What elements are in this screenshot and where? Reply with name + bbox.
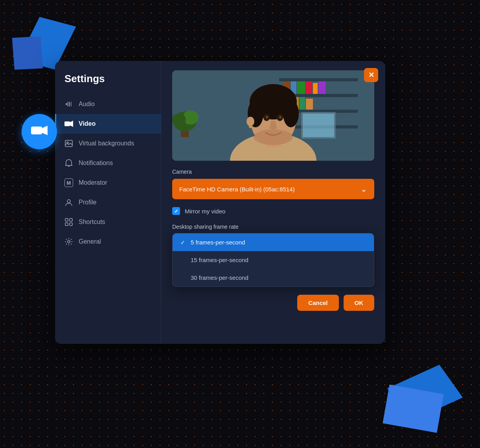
frame-rate-option-30fps[interactable]: 30 frames-per-second bbox=[173, 269, 374, 286]
bell-icon bbox=[64, 159, 73, 167]
sidebar-item-general[interactable]: General bbox=[55, 232, 161, 252]
svg-rect-21 bbox=[297, 81, 305, 94]
svg-point-47 bbox=[254, 129, 293, 145]
frame-rate-option-15fps-label: 15 frames-per-second bbox=[191, 257, 248, 263]
svg-rect-24 bbox=[318, 81, 326, 94]
svg-rect-27 bbox=[300, 97, 305, 110]
close-icon: ✕ bbox=[368, 71, 374, 79]
svg-rect-10 bbox=[65, 223, 68, 226]
sidebar-mod-label: Moderator bbox=[79, 179, 107, 186]
sidebar-item-video[interactable]: Video bbox=[55, 114, 161, 134]
video-person bbox=[172, 70, 374, 161]
sidebar-profile-label: Profile bbox=[79, 199, 96, 206]
profile-icon bbox=[64, 198, 73, 207]
checkmark-icon: ✓ bbox=[174, 208, 178, 214]
close-button[interactable]: ✕ bbox=[364, 68, 378, 82]
camera-dropdown[interactable]: FaceTime HD Camera (Built-in) (05ac:8514… bbox=[172, 179, 374, 199]
svg-point-43 bbox=[266, 116, 268, 119]
chevron-down-icon: ⌄ bbox=[360, 184, 367, 194]
unselected-spacer-2 bbox=[180, 275, 187, 281]
sidebar-video-label: Video bbox=[79, 120, 96, 127]
zoom-logo bbox=[22, 114, 57, 149]
svg-marker-4 bbox=[70, 121, 73, 127]
frame-rate-option-30fps-label: 30 frames-per-second bbox=[191, 274, 248, 281]
main-content: ✕ bbox=[161, 61, 385, 344]
mirror-checkbox[interactable]: ✓ bbox=[172, 207, 180, 215]
frame-rate-dropdown: ✓ 5 frames-per-second 15 frames-per-seco… bbox=[172, 233, 374, 287]
frame-rate-label: Desktop sharing frame rate bbox=[172, 224, 374, 230]
sidebar-item-virtual-backgrounds[interactable]: Virtual backgrounds bbox=[55, 134, 161, 153]
svg-point-46 bbox=[249, 125, 252, 128]
svg-point-45 bbox=[246, 117, 254, 126]
svg-point-34 bbox=[172, 114, 186, 125]
svg-rect-3 bbox=[64, 121, 70, 126]
sidebar-item-notifications[interactable]: Notifications bbox=[55, 153, 161, 173]
sidebar-shortcuts-label: Shortcuts bbox=[79, 218, 105, 226]
moderator-icon: M bbox=[64, 178, 73, 187]
sidebar-item-moderator[interactable]: M Moderator bbox=[55, 173, 161, 193]
sidebar-vbg-label: Virtual backgrounds bbox=[79, 140, 134, 147]
sidebar-item-audio[interactable]: Audio bbox=[55, 94, 161, 114]
video-icon bbox=[64, 119, 73, 128]
svg-rect-2 bbox=[66, 103, 67, 105]
cancel-button[interactable]: Cancel bbox=[297, 295, 338, 311]
frame-rate-option-15fps[interactable]: 15 frames-per-second bbox=[173, 251, 374, 269]
virtual-bg-icon bbox=[64, 139, 73, 148]
svg-rect-0 bbox=[31, 127, 42, 134]
frame-rate-option-5fps[interactable]: ✓ 5 frames-per-second bbox=[173, 233, 374, 251]
svg-rect-28 bbox=[306, 99, 313, 110]
sidebar-audio-label: Audio bbox=[79, 101, 95, 108]
decorative-shape-2 bbox=[9, 33, 46, 73]
svg-rect-15 bbox=[279, 78, 358, 81]
selected-check-icon: ✓ bbox=[180, 239, 187, 246]
sidebar-general-label: General bbox=[79, 238, 101, 245]
ok-button[interactable]: OK bbox=[344, 295, 375, 311]
shortcuts-icon bbox=[64, 218, 73, 226]
gear-icon bbox=[64, 237, 73, 246]
svg-rect-22 bbox=[306, 81, 312, 94]
svg-rect-8 bbox=[65, 218, 68, 221]
sidebar-item-profile[interactable]: Profile bbox=[55, 193, 161, 212]
person-svg bbox=[172, 70, 374, 161]
svg-marker-1 bbox=[42, 126, 48, 135]
mirror-video-row: ✓ Mirror my video bbox=[172, 207, 374, 215]
frame-rate-option-5fps-label: 5 frames-per-second bbox=[191, 239, 245, 246]
camera-label: Camera bbox=[172, 169, 374, 175]
sidebar: Settings Audio Video bbox=[55, 61, 161, 344]
audio-icon bbox=[64, 100, 73, 108]
svg-point-12 bbox=[68, 241, 70, 243]
svg-rect-23 bbox=[313, 83, 318, 94]
svg-point-40 bbox=[283, 100, 299, 127]
action-buttons: Cancel OK bbox=[172, 295, 374, 311]
svg-point-7 bbox=[67, 200, 70, 203]
sidebar-title: Settings bbox=[55, 73, 161, 94]
camera-value: FaceTime HD Camera (Built-in) (05ac:8514… bbox=[179, 186, 360, 193]
unselected-spacer-1 bbox=[180, 257, 187, 263]
zoom-camera-icon bbox=[31, 125, 48, 139]
svg-point-44 bbox=[279, 116, 281, 119]
svg-rect-9 bbox=[70, 218, 72, 221]
mirror-label: Mirror my video bbox=[185, 208, 225, 215]
sidebar-notif-label: Notifications bbox=[79, 160, 113, 167]
svg-rect-29 bbox=[303, 114, 334, 137]
settings-dialog: Settings Audio Video bbox=[55, 61, 385, 344]
svg-rect-5 bbox=[65, 140, 72, 147]
video-preview bbox=[172, 70, 374, 161]
svg-rect-11 bbox=[70, 223, 72, 226]
sidebar-item-shortcuts[interactable]: Shortcuts bbox=[55, 212, 161, 232]
